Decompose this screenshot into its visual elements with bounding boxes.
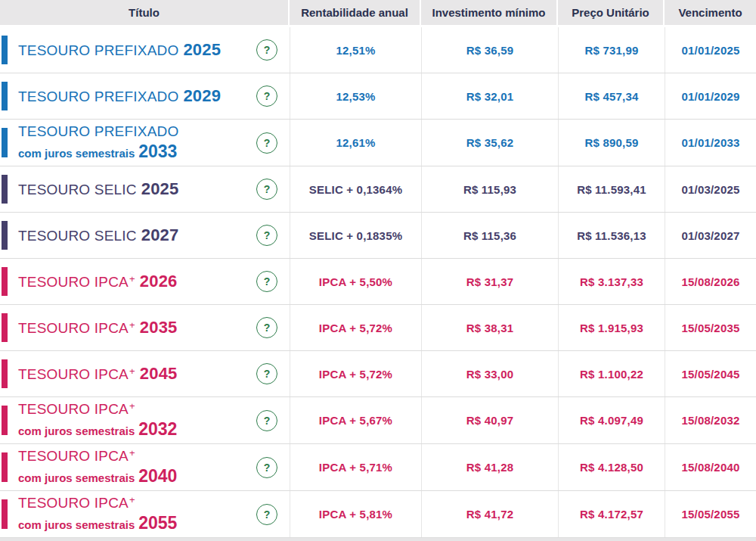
question-mark-glyph: ?	[264, 138, 271, 148]
bond-name: TESOURO IPCA	[18, 274, 129, 290]
help-icon[interactable]: ?	[256, 86, 277, 107]
bond-title: TESOURO PREFIXADO2029	[18, 86, 221, 106]
min-investment-cell: R$ 35,62	[421, 120, 558, 166]
maturity-date-cell: 01/03/2027	[665, 213, 756, 258]
table-row: TESOURO IPCA+ com juros semestrais2055 ?…	[0, 491, 756, 538]
bond-title-cell: TESOURO PREFIXADO2025 ?	[0, 27, 290, 73]
column-header-investimento-minimo: Investimento mínimo	[421, 0, 556, 25]
help-icon[interactable]: ?	[256, 410, 277, 431]
bond-name: TESOURO IPCA	[18, 320, 129, 336]
unit-price-cell: R$ 4.097,49	[558, 397, 665, 443]
maturity-date-cell: 01/01/2025	[665, 27, 756, 73]
help-icon[interactable]: ?	[256, 363, 277, 384]
bond-color-bar	[2, 406, 8, 435]
bond-color-bar	[2, 499, 8, 529]
annual-rate-cell: IPCA + 5,71%	[290, 444, 421, 490]
question-mark-glyph: ?	[264, 509, 271, 520]
annual-rate-cell: SELIC + 0,1364%	[290, 166, 421, 212]
question-mark-glyph: ?	[264, 45, 271, 55]
help-icon[interactable]: ?	[256, 457, 277, 478]
table-header: Título Rentabilidade anual Investimento …	[0, 0, 756, 25]
question-mark-glyph: ?	[264, 415, 271, 426]
min-investment-cell: R$ 115,93	[421, 166, 558, 212]
annual-rate-cell: 12,61%	[290, 120, 421, 166]
bond-title-cell: TESOURO IPCA+2035 ?	[0, 305, 290, 350]
maturity-date-cell: 15/08/2040	[665, 444, 756, 490]
bond-title-cell: TESOURO IPCA+ com juros semestrais2040 ?	[0, 444, 290, 490]
bond-title-cell: TESOURO PREFIXADO2029 ?	[0, 73, 290, 119]
min-investment-cell: R$ 41,28	[421, 444, 558, 490]
question-mark-glyph: ?	[264, 462, 271, 473]
ipca-plus-sup: +	[129, 494, 135, 505]
bond-title-cell: TESOURO SELIC2027 ?	[0, 213, 290, 258]
table-row: TESOURO PREFIXADO com juros semestrais20…	[0, 120, 756, 166]
help-icon[interactable]: ?	[256, 271, 277, 292]
table-row: TESOURO SELIC2025 ? SELIC + 0,1364% R$ 1…	[0, 166, 756, 213]
bond-year: 2027	[141, 225, 179, 244]
table-row: TESOURO IPCA+ com juros semestrais2032 ?…	[0, 397, 756, 444]
bond-year: 2032	[138, 419, 177, 439]
table-row: TESOURO PREFIXADO2025 ? 12,51% R$ 36,59 …	[0, 27, 756, 73]
question-mark-glyph: ?	[264, 368, 271, 379]
bond-title: TESOURO PREFIXADO com juros semestrais20…	[18, 123, 178, 162]
bond-year: 2040	[138, 466, 177, 486]
bond-year: 2025	[183, 40, 221, 59]
maturity-date-cell: 15/08/2032	[665, 397, 756, 443]
column-header-vencimento: Vencimento	[665, 0, 756, 25]
bond-color-bar	[2, 359, 8, 388]
bond-title: TESOURO SELIC2027	[18, 225, 179, 245]
table-row: TESOURO IPCA+2026 ? IPCA + 5,50% R$ 31,3…	[0, 259, 756, 305]
table-bottom-edge	[0, 538, 756, 541]
table-body: TESOURO PREFIXADO2025 ? 12,51% R$ 36,59 …	[0, 27, 756, 538]
maturity-date-cell: 15/05/2035	[665, 305, 756, 350]
annual-rate-cell: IPCA + 5,67%	[290, 397, 421, 443]
bond-year: 2033	[138, 141, 177, 161]
bond-title: TESOURO IPCA+2026	[18, 272, 178, 291]
unit-price-cell: R$ 890,59	[558, 120, 665, 166]
bond-title-cell: TESOURO IPCA+2045 ?	[0, 351, 290, 396]
help-icon[interactable]: ?	[256, 225, 277, 246]
bond-color-bar	[2, 128, 8, 157]
bond-subtitle: com juros semestrais	[18, 471, 135, 484]
help-icon[interactable]: ?	[256, 132, 277, 154]
annual-rate-cell: IPCA + 5,50%	[290, 259, 421, 304]
question-mark-glyph: ?	[264, 91, 271, 101]
bond-color-bar	[2, 221, 8, 250]
bond-title: TESOURO IPCA+2045	[18, 364, 178, 384]
bond-title: TESOURO IPCA+ com juros semestrais2040	[18, 447, 177, 487]
unit-price-cell: R$ 4.172,57	[558, 491, 665, 537]
maturity-date-cell: 15/05/2045	[665, 351, 756, 396]
annual-rate-cell: 12,53%	[290, 73, 421, 119]
bond-subtitle: com juros semestrais	[18, 147, 135, 160]
bond-year: 2025	[141, 179, 179, 198]
min-investment-cell: R$ 41,72	[421, 491, 558, 537]
bond-subtitle: com juros semestrais	[18, 518, 135, 531]
bond-title: TESOURO SELIC2025	[18, 179, 179, 199]
bond-color-bar	[2, 267, 8, 296]
unit-price-cell: R$ 731,99	[558, 27, 665, 73]
unit-price-cell: R$ 457,34	[558, 73, 665, 119]
question-mark-glyph: ?	[264, 184, 271, 194]
unit-price-cell: R$ 4.128,50	[558, 444, 665, 490]
bond-name: TESOURO SELIC	[18, 182, 137, 197]
help-icon[interactable]: ?	[256, 504, 277, 525]
help-icon[interactable]: ?	[256, 39, 277, 61]
bond-title-cell: TESOURO IPCA+ com juros semestrais2032 ?	[0, 397, 290, 443]
maturity-date-cell: 01/03/2025	[665, 166, 756, 212]
table-row: TESOURO IPCA+2045 ? IPCA + 5,72% R$ 33,0…	[0, 351, 756, 397]
unit-price-cell: R$ 11.536,13	[558, 213, 665, 258]
maturity-date-cell: 15/08/2026	[665, 259, 756, 304]
bond-title: TESOURO IPCA+ com juros semestrais2032	[18, 400, 177, 440]
bond-title: TESOURO IPCA+ com juros semestrais2055	[18, 494, 177, 533]
maturity-date-cell: 01/01/2033	[665, 120, 756, 166]
unit-price-cell: R$ 1.915,93	[558, 305, 665, 350]
bond-color-bar	[2, 175, 8, 204]
min-investment-cell: R$ 32,01	[421, 73, 558, 119]
column-header-rentabilidade: Rentabilidade anual	[290, 0, 420, 25]
bond-title-cell: TESOURO IPCA+2026 ?	[0, 259, 290, 304]
help-icon[interactable]: ?	[256, 317, 277, 338]
bond-title: TESOURO IPCA+2035	[18, 318, 178, 337]
question-mark-glyph: ?	[264, 230, 271, 241]
help-icon[interactable]: ?	[256, 179, 277, 200]
bond-color-bar	[2, 452, 8, 482]
